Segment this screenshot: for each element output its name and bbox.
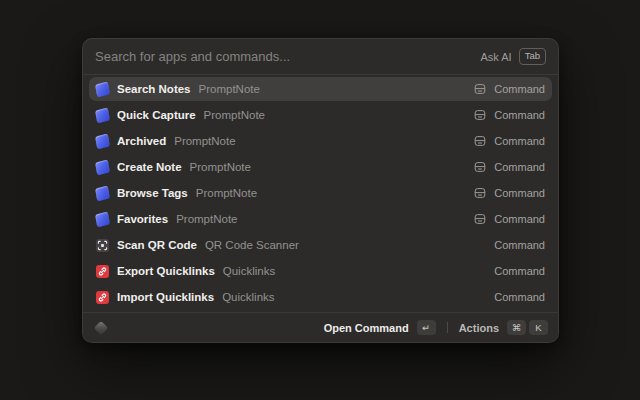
list-item[interactable]: Search Notes PromptNote Command (89, 77, 552, 101)
command-app-name: Quicklinks (223, 265, 275, 277)
command-title: Search Notes (117, 83, 191, 95)
search-input[interactable] (95, 49, 472, 64)
command-type-icon (474, 83, 486, 95)
command-type-icon (474, 109, 486, 121)
list-item[interactable]: Export Quicklinks Quicklinks Command (89, 259, 552, 283)
promptnote-icon (95, 185, 110, 201)
desktop-background: Ask AI Tab Search Notes PromptNote (0, 0, 640, 400)
tab-keycap: Tab (519, 48, 546, 65)
command-type-label: Command (494, 239, 545, 251)
list-item[interactable]: Import Quicklinks Quicklinks Command (89, 285, 552, 309)
promptnote-icon (95, 159, 110, 175)
list-item[interactable]: Favorites PromptNote Command (89, 207, 552, 231)
quicklink-icon (96, 291, 109, 304)
quicklink-icon (96, 265, 109, 278)
command-app-name: PromptNote (196, 187, 257, 199)
command-type-icon (474, 187, 486, 199)
action-bar: Open Command ↵ Actions ⌘ K (83, 313, 558, 342)
command-list: Search Notes PromptNote Command (83, 75, 558, 312)
command-app-name: PromptNote (190, 161, 251, 173)
command-app-name: QR Code Scanner (205, 239, 299, 251)
command-type-label: Command (494, 135, 545, 147)
command-palette-window: Ask AI Tab Search Notes PromptNote (82, 38, 559, 343)
command-app-name: PromptNote (199, 83, 260, 95)
extension-logo-icon (94, 320, 108, 334)
command-type-icon (474, 213, 486, 225)
list-item[interactable]: Quick Capture PromptNote Command (89, 103, 552, 127)
command-title: Scan QR Code (117, 239, 197, 251)
ask-ai-label: Ask AI (480, 51, 511, 63)
command-title: Archived (117, 135, 166, 147)
command-title: Quick Capture (117, 109, 196, 121)
open-command-button[interactable]: Open Command (324, 322, 409, 334)
command-type-label: Command (494, 109, 545, 121)
command-type-label: Command (494, 83, 545, 95)
k-keycap: K (529, 320, 548, 335)
command-type-label: Command (494, 161, 545, 173)
command-app-name: PromptNote (174, 135, 235, 147)
command-type-label: Command (494, 213, 545, 225)
command-type-label: Command (494, 265, 545, 277)
command-keycap: ⌘ (507, 320, 526, 335)
qr-code-icon (96, 239, 109, 252)
command-type-icon (474, 135, 486, 147)
footer-divider (447, 322, 448, 333)
command-type-label: Command (494, 291, 545, 303)
command-app-name: Quicklinks (222, 291, 274, 303)
command-title: Export Quicklinks (117, 265, 215, 277)
return-keycap: ↵ (417, 320, 436, 335)
ask-ai-button[interactable]: Ask AI Tab (480, 48, 546, 65)
command-app-name: PromptNote (176, 213, 237, 225)
promptnote-icon (95, 107, 110, 123)
command-title: Favorites (117, 213, 168, 225)
list-item[interactable]: Scan QR Code QR Code Scanner Command (89, 233, 552, 257)
list-item[interactable]: Browse Tags PromptNote Command (89, 181, 552, 205)
promptnote-icon (95, 211, 110, 227)
promptnote-icon (95, 133, 110, 149)
command-title: Browse Tags (117, 187, 188, 199)
command-title: Create Note (117, 161, 182, 173)
command-type-label: Command (494, 187, 545, 199)
list-item[interactable]: Archived PromptNote Command (89, 129, 552, 153)
list-item[interactable]: Create Note PromptNote Command (89, 155, 552, 179)
command-title: Import Quicklinks (117, 291, 214, 303)
search-bar: Ask AI Tab (83, 39, 558, 74)
command-type-icon (474, 161, 486, 173)
command-app-name: PromptNote (204, 109, 265, 121)
promptnote-icon (95, 81, 110, 97)
actions-button[interactable]: Actions (459, 322, 499, 334)
